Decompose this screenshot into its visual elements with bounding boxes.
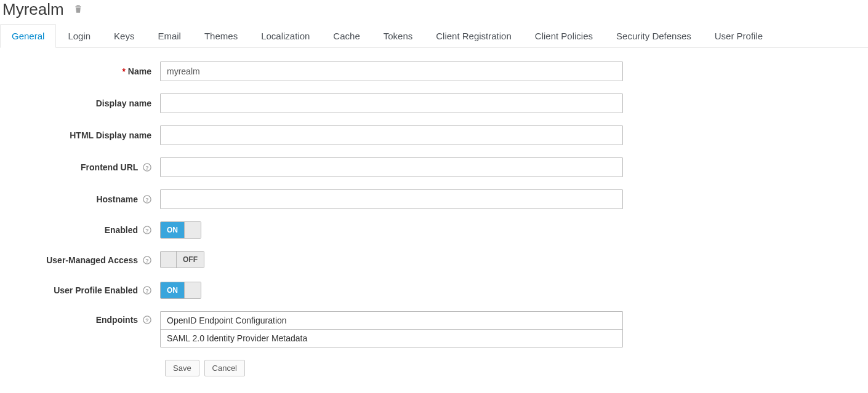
tab-email[interactable]: Email <box>146 24 193 48</box>
help-icon[interactable]: ? <box>140 194 151 204</box>
required-star-icon: * <box>123 66 126 76</box>
tab-client-registration[interactable]: Client Registration <box>424 24 523 48</box>
page-title: Myrealm <box>2 0 64 19</box>
toggle-on-text: ON <box>161 282 185 298</box>
svg-text:?: ? <box>145 258 148 264</box>
save-button[interactable]: Save <box>165 360 199 376</box>
toggle-handle-icon <box>185 282 201 298</box>
name-input[interactable] <box>160 62 623 81</box>
toggle-handle-icon <box>161 252 177 268</box>
help-icon[interactable]: ? <box>140 315 151 325</box>
help-icon[interactable]: ? <box>140 162 151 172</box>
html-display-name-input[interactable] <box>160 125 623 145</box>
tab-themes[interactable]: Themes <box>193 24 249 48</box>
hostname-input[interactable] <box>160 189 623 209</box>
hostname-label: Hostname ? <box>0 194 160 204</box>
frontend-url-label: Frontend URL ? <box>0 162 160 172</box>
enabled-toggle[interactable]: ON <box>160 221 201 239</box>
endpoints-label: Endpoints ? <box>0 311 160 325</box>
tab-cache[interactable]: Cache <box>321 24 371 48</box>
general-form: * Name Display name HTML Display name Fr… <box>0 48 868 376</box>
realm-tabs: General Login Keys Email Themes Localiza… <box>0 24 868 48</box>
toggle-handle-icon <box>185 222 201 238</box>
tab-client-policies[interactable]: Client Policies <box>523 24 605 48</box>
endpoint-saml[interactable]: SAML 2.0 Identity Provider Metadata <box>161 329 622 347</box>
svg-text:?: ? <box>145 228 148 234</box>
tab-user-profile[interactable]: User Profile <box>703 24 774 48</box>
tab-login[interactable]: Login <box>56 24 102 48</box>
toggle-on-text: ON <box>161 222 185 238</box>
user-profile-enabled-label: User Profile Enabled ? <box>0 285 160 295</box>
html-display-name-label: HTML Display name <box>0 130 160 140</box>
tab-tokens[interactable]: Tokens <box>372 24 425 48</box>
svg-text:?: ? <box>145 317 148 324</box>
endpoints-list: OpenID Endpoint Configuration SAML 2.0 I… <box>160 311 623 347</box>
name-label: * Name <box>0 66 160 76</box>
help-icon[interactable]: ? <box>140 255 151 265</box>
tab-general[interactable]: General <box>0 24 56 48</box>
uma-label: User-Managed Access ? <box>0 255 160 265</box>
toggle-off-text: OFF <box>177 252 204 268</box>
svg-text:?: ? <box>145 197 148 203</box>
enabled-label: Enabled ? <box>0 225 160 235</box>
tab-security-defenses[interactable]: Security Defenses <box>605 24 703 48</box>
endpoint-openid[interactable]: OpenID Endpoint Configuration <box>161 312 622 329</box>
display-name-input[interactable] <box>160 93 623 113</box>
trash-icon[interactable] <box>73 2 84 17</box>
tab-keys[interactable]: Keys <box>102 24 146 48</box>
help-icon[interactable]: ? <box>140 285 151 295</box>
uma-toggle[interactable]: OFF <box>160 251 204 268</box>
user-profile-enabled-toggle[interactable]: ON <box>160 282 201 299</box>
svg-text:?: ? <box>145 288 148 294</box>
cancel-button[interactable]: Cancel <box>204 360 245 376</box>
svg-text:?: ? <box>145 165 148 171</box>
frontend-url-input[interactable] <box>160 157 623 177</box>
help-icon[interactable]: ? <box>140 225 151 235</box>
display-name-label: Display name <box>0 98 160 108</box>
tab-localization[interactable]: Localization <box>249 24 321 48</box>
